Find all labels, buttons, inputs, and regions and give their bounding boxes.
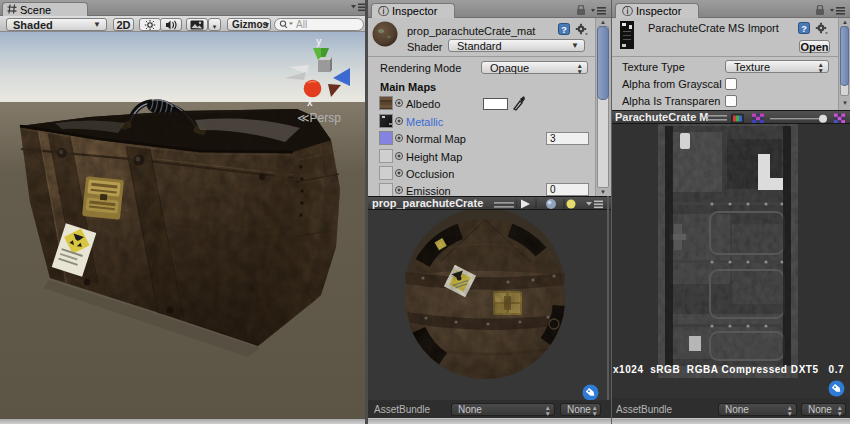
svg-text:x: x [307,97,313,108]
svg-text:?: ? [561,25,567,35]
svg-text:y: y [316,36,322,47]
svg-text:?: ? [801,24,807,34]
svg-text:≪Persp: ≪Persp [297,111,341,125]
